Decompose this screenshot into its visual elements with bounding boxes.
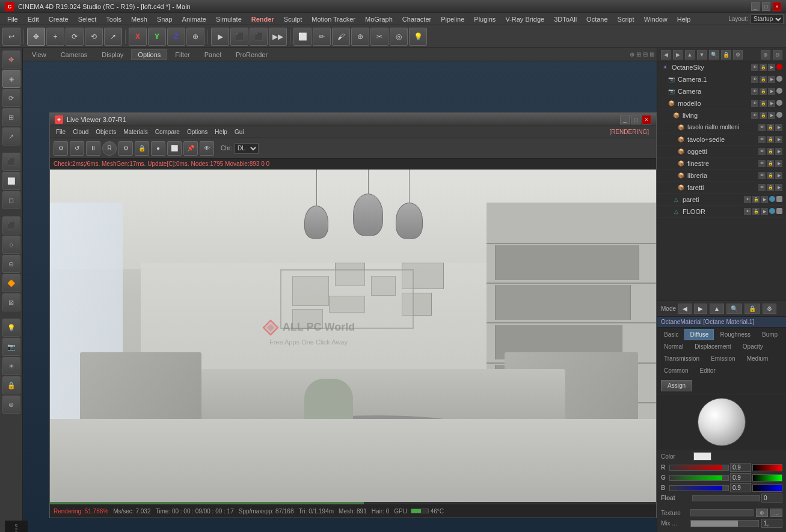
- sidebar-camera[interactable]: 📷: [2, 338, 20, 356]
- obj-vis-lb[interactable]: 👁: [758, 172, 766, 179]
- menu-simulate[interactable]: Simulate: [211, 14, 247, 24]
- sidebar-point[interactable]: ⬛: [2, 153, 20, 171]
- menu-script[interactable]: Script: [613, 14, 639, 24]
- mat-tab-emission[interactable]: Emission: [705, 353, 741, 364]
- sidebar-rotate[interactable]: ⟳: [2, 89, 20, 107]
- maximize-button[interactable]: □: [762, 2, 770, 11]
- mat-tab-editor[interactable]: Editor: [695, 365, 721, 376]
- sidebar-edge[interactable]: ⬜: [2, 172, 20, 190]
- rotate-tool[interactable]: ⟳: [66, 28, 84, 46]
- lv-refresh-btn[interactable]: ↺: [70, 141, 84, 156]
- tab-cameras[interactable]: Cameras: [54, 49, 94, 60]
- obj-col-pa[interactable]: [769, 196, 775, 202]
- g-slider[interactable]: [669, 475, 729, 481]
- obj-render-fa[interactable]: ▶: [775, 184, 782, 191]
- close-button[interactable]: ×: [773, 2, 781, 11]
- lv-settings-btn[interactable]: ⚙: [54, 141, 68, 156]
- mode-up-btn[interactable]: ▲: [710, 304, 724, 314]
- layout-select[interactable]: Startup: [751, 14, 784, 24]
- rp-down-btn[interactable]: ▼: [697, 50, 707, 60]
- obj-render-li[interactable]: ▶: [768, 112, 775, 119]
- free-axis[interactable]: ⊕: [186, 28, 204, 46]
- mix-value-input[interactable]: [761, 519, 782, 528]
- obj-lock-1[interactable]: 🔒: [760, 64, 767, 71]
- lv-menu-objects[interactable]: Objects: [92, 127, 120, 136]
- lv-menu-options[interactable]: Options: [183, 127, 211, 136]
- g-value-input[interactable]: [730, 473, 751, 482]
- float-value-input[interactable]: [761, 494, 782, 503]
- lv-menu-help[interactable]: Help: [211, 127, 231, 136]
- obj-render-mo[interactable]: ▶: [768, 100, 775, 107]
- obj-oggetti[interactable]: 📦 oggetti 👁 🔒 ▶: [657, 145, 786, 157]
- obj-vis-1[interactable]: 👁: [751, 64, 758, 71]
- rp-lock-btn[interactable]: 🔒: [721, 50, 731, 60]
- mode-lock-btn[interactable]: 🔒: [745, 304, 760, 314]
- z-axis[interactable]: Z: [167, 28, 185, 46]
- obj-render-og[interactable]: ▶: [775, 148, 782, 155]
- obj-lock-ts[interactable]: 🔒: [767, 136, 774, 143]
- lv-menu-gui[interactable]: Gui: [231, 127, 248, 136]
- tab-prorender[interactable]: ProRender: [229, 49, 274, 60]
- assign-button[interactable]: Assign: [661, 380, 692, 391]
- menu-edit[interactable]: Edit: [23, 14, 44, 24]
- light-tool[interactable]: 💡: [409, 28, 427, 46]
- float-slider[interactable]: [692, 495, 760, 501]
- sidebar-deform[interactable]: ⊠: [2, 293, 20, 311]
- texture-link-btn[interactable]: ⊕: [756, 509, 768, 517]
- cube-tool[interactable]: ⬜: [293, 28, 312, 46]
- r-value-input[interactable]: [730, 463, 751, 472]
- lv-menu-compare[interactable]: Compare: [152, 127, 183, 136]
- knife-tool[interactable]: ✂: [370, 28, 388, 46]
- fill-tool[interactable]: ◎: [390, 28, 408, 46]
- tab-filter[interactable]: Filter: [168, 49, 196, 60]
- render-active[interactable]: ▶▶: [269, 28, 287, 46]
- mat-tab-roughness[interactable]: Roughness: [714, 329, 756, 340]
- move-tool[interactable]: ✥: [27, 28, 45, 46]
- rp-search-btn[interactable]: 🔍: [709, 50, 719, 60]
- obj-lock-cam[interactable]: 🔒: [760, 88, 767, 95]
- mat-tab-medium[interactable]: Medium: [741, 353, 774, 364]
- lv-circle-btn[interactable]: ●: [151, 141, 165, 156]
- menu-mesh[interactable]: Mesh: [126, 14, 152, 24]
- lv-restore[interactable]: □: [631, 115, 640, 124]
- obj-vis-pa[interactable]: 👁: [744, 196, 751, 203]
- obj-finestre[interactable]: 📦 finestre 👁 🔒 ▶: [657, 157, 786, 170]
- b-value-input[interactable]: [730, 483, 751, 492]
- tab-view[interactable]: View: [25, 49, 53, 60]
- obj-render-fl[interactable]: ▶: [761, 208, 768, 215]
- menu-plugins[interactable]: Plugins: [469, 14, 500, 24]
- obj-tavolo-rialto[interactable]: 📦 tavolo rialto molteni 👁 🔒 ▶: [657, 121, 786, 133]
- mat-tab-basic[interactable]: Basic: [659, 329, 684, 340]
- sidebar-light[interactable]: 💡: [2, 319, 20, 337]
- select-tool[interactable]: ↗: [104, 28, 122, 46]
- menu-animate[interactable]: Animate: [177, 14, 211, 24]
- sidebar-cube[interactable]: ⬛: [2, 216, 20, 234]
- menu-3dtoall[interactable]: 3DToAll: [549, 14, 582, 24]
- y-axis[interactable]: Y: [148, 28, 166, 46]
- obj-render-c1[interactable]: ▶: [768, 76, 775, 83]
- sidebar-transform[interactable]: ◈: [2, 70, 20, 88]
- obj-col-cam[interactable]: [776, 88, 782, 94]
- lv-pause-btn[interactable]: ⏸: [86, 141, 100, 156]
- render-to-po[interactable]: ⬛: [250, 28, 268, 46]
- menu-create[interactable]: Create: [44, 14, 73, 24]
- obj-lock-fi[interactable]: 🔒: [767, 160, 774, 167]
- menu-tools[interactable]: Tools: [101, 14, 126, 24]
- color-swatch[interactable]: [693, 452, 711, 460]
- obj-vis-cam[interactable]: 👁: [751, 88, 758, 95]
- obj-lock-tr[interactable]: 🔒: [767, 124, 774, 131]
- lv-close[interactable]: ×: [642, 115, 651, 124]
- obj-octanesky[interactable]: ☀ OctaneSky 👁 🔒 ▶: [657, 61, 786, 73]
- obj-col-c1[interactable]: [776, 76, 782, 82]
- obj-render-pa[interactable]: ▶: [761, 196, 768, 203]
- sidebar-select[interactable]: ↗: [2, 127, 20, 145]
- mode-gear-btn[interactable]: ⚙: [763, 304, 776, 314]
- texture-more-btn[interactable]: …: [770, 509, 782, 517]
- obj-modello[interactable]: 📦 modello 👁 🔒 ▶: [657, 97, 786, 109]
- sidebar-move[interactable]: ✥: [2, 50, 20, 69]
- obj-col-li[interactable]: [776, 112, 782, 118]
- menu-snap[interactable]: Snap: [152, 14, 177, 24]
- obj-faretti[interactable]: 📦 faretti 👁 🔒 ▶: [657, 182, 786, 194]
- lv-restart-btn[interactable]: R: [102, 141, 117, 156]
- rp-add-btn[interactable]: ⊕: [761, 50, 770, 60]
